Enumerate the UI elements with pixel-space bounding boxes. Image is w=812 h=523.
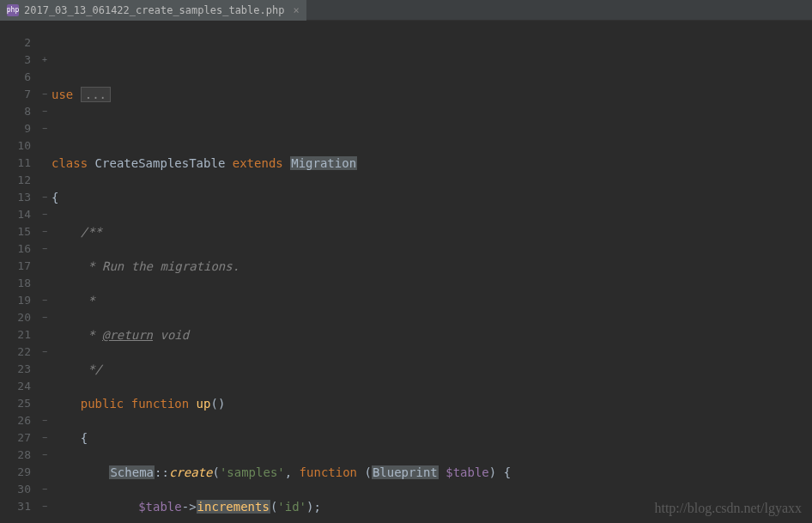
line-number: 7 [0,86,31,103]
fold-marker[interactable]: − [38,103,52,120]
parens: () [210,397,225,410]
line-number: 3 [0,52,31,69]
line-number: 30 [0,481,31,498]
line-number: 16 [0,240,31,258]
line-number: 8 [0,103,31,120]
line-number: 22 [0,344,31,361]
line-number: 24 [0,378,31,395]
line-number: 9 [0,120,31,137]
tab-bar: php 2017_03_13_061422_create_samples_tab… [0,0,812,21]
comment: * [81,328,102,342]
line-number: 27 [0,429,31,447]
php-file-icon: php [7,4,19,16]
file-tab[interactable]: php 2017_03_13_061422_create_samples_tab… [0,0,306,21]
line-number: 29 [0,464,31,481]
blueprint-class: Blueprint [372,465,439,479]
fold-marker[interactable]: − [38,481,52,498]
fold-marker [38,258,52,275]
line-number: 2 [0,34,31,52]
arrow: -> [182,500,197,514]
fold-marker [38,155,52,172]
keyword-public: public [81,397,124,410]
brace: { [81,431,88,445]
comment: /** [81,225,102,239]
line-number: 26 [0,412,31,429]
schema-class: Schema [109,465,155,479]
method-call: increments [197,500,270,514]
fold-marker[interactable]: − [38,189,52,206]
line-number: 12 [0,172,31,189]
line-number: 31 [0,498,31,515]
comment: * Run the migrations. [81,259,239,273]
fold-marker [38,275,52,292]
fold-placeholder[interactable]: ... [81,87,111,102]
string: 'samples' [220,465,285,479]
fold-marker[interactable]: − [38,498,52,515]
line-number: 20 [0,309,31,326]
comment: */ [81,362,102,376]
comment: * [81,294,95,307]
method-name: up [197,397,211,410]
keyword-function: function [131,397,189,410]
fold-marker [38,34,52,52]
fold-marker [38,395,52,412]
variable: $table [445,465,489,479]
fold-marker[interactable]: − [38,120,52,137]
line-number: 15 [0,223,31,240]
fold-marker[interactable]: + [38,52,52,69]
code-content[interactable]: use ... class CreateSamplesTable extends… [52,34,812,523]
keyword-class: class [52,156,88,170]
line-number: 18 [0,275,31,292]
paren: ( [357,465,372,479]
paren-brace: ) { [489,465,511,479]
variable: $table [138,500,182,514]
line-number: 25 [0,395,31,412]
parent-class: Migration [290,156,357,170]
keyword-extends: extends [233,156,283,170]
line-number: 21 [0,326,31,344]
fold-marker [38,464,52,481]
end: ); [306,500,321,514]
keyword-function: function [300,465,357,479]
fold-marker [38,378,52,395]
fold-marker [38,361,52,378]
space [439,465,445,479]
line-number: 23 [0,361,31,378]
watermark: http://blog.csdn.net/lgyaxx [654,501,802,516]
fold-marker [38,172,52,189]
fold-marker[interactable]: − [38,240,52,258]
fold-marker[interactable]: − [38,223,52,240]
fold-marker[interactable]: − [38,412,52,429]
fold-gutter: +−−−−−−−−−−−−−−− [38,34,52,523]
fold-marker[interactable]: − [38,206,52,223]
close-icon[interactable]: × [293,4,299,16]
class-name: CreateSamplesTable [95,156,226,170]
doc-tag: @return [102,328,153,342]
line-number: 14 [0,206,31,223]
paren: ( [212,465,219,479]
comma: , [285,465,300,479]
line-number: 28 [0,447,31,464]
fold-marker[interactable]: − [38,429,52,447]
fold-marker [38,326,52,344]
line-number: 13 [0,189,31,206]
fold-marker[interactable]: − [38,344,52,361]
line-number: 10 [0,137,31,155]
line-number: 6 [0,69,31,86]
dcolon: :: [155,465,169,479]
keyword-use: use [52,88,73,101]
string: 'id' [277,500,306,514]
fold-marker[interactable]: − [38,309,52,326]
fold-marker [38,137,52,155]
comment: void [153,328,189,342]
tab-filename: 2017_03_13_061422_create_samples_table.p… [24,4,284,16]
line-number: 19 [0,292,31,309]
fold-marker[interactable]: − [38,292,52,309]
static-method: create [169,465,213,479]
editor[interactable]: 2367891011121314151617181920212223242526… [0,21,812,523]
fold-marker[interactable]: − [38,86,52,103]
fold-marker[interactable]: − [38,447,52,464]
fold-marker [38,69,52,86]
line-number: 17 [0,258,31,275]
line-number: 11 [0,155,31,172]
